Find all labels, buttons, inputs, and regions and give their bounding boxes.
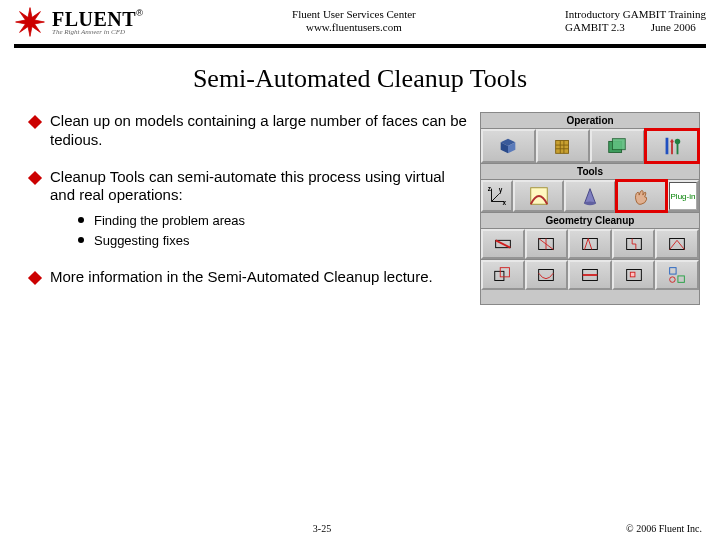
diamond-bullet-icon [28,170,42,184]
sizing-tool-button [513,180,564,212]
bullet-text: More information in the Semi-Automated C… [50,268,433,287]
svg-rect-39 [678,276,684,282]
grid-curve-icon [528,185,550,207]
svg-rect-38 [670,268,676,274]
cleanup-toolbar-row1 [481,228,699,259]
svg-line-28 [588,239,592,250]
logo-wordmark: FLUENT [52,8,136,30]
hand-fix-icon [630,185,652,207]
svg-rect-9 [665,138,668,155]
center-line2: www.fluentusers.com [143,21,565,34]
diamond-bullet-icon [28,271,42,285]
bullet-item: More information in the Semi-Automated C… [30,268,468,287]
center-line1: Fluent User Services Center [143,8,565,21]
svg-rect-10 [671,143,673,154]
tools-icon [661,135,683,157]
bullet-list: Clean up on models containing a large nu… [30,112,468,305]
plugin-label: Plug-in [669,182,697,210]
logo-tagline: The Right Answer in CFD [52,29,143,36]
axis-icon: zyx [486,185,508,207]
mesh-op-button [536,129,591,163]
plugin-slot: Plug-in [667,180,699,212]
svg-rect-32 [500,268,509,277]
cone-icon [579,185,601,207]
cleanup-auto-button [655,260,699,290]
sub-bullet-item: Finding the problem areas [78,211,468,231]
svg-rect-12 [676,143,678,154]
sub-bullet-text: Finding the problem areas [94,211,245,231]
mesh-cube-icon [552,135,574,157]
right-date: June 2006 [651,21,696,33]
sub-bullet-text: Suggesting fixes [94,231,189,251]
svg-text:y: y [499,186,503,194]
header-right-info: Introductory GAMBIT Training GAMBIT 2.3J… [565,6,706,34]
sharp-angle-icon [666,233,688,255]
cleanup-label: Geometry Cleanup [481,213,699,228]
gambit-toolpanel-figure: Operation Tools zyx Plug-in Geometry Cle… [480,112,700,305]
sub-bullet-item: Suggesting fixes [78,231,468,251]
svg-rect-37 [630,272,635,277]
hard-edge-icon [579,264,601,286]
bullet-text: Clean up on models containing a large nu… [50,112,468,150]
slide-title: Semi-Automated Cleanup Tools [0,64,720,94]
zones-cube-icon [606,135,628,157]
hole-icon [535,233,557,255]
short-edge-icon [492,233,514,255]
sub-bullet-list: Finding the problem areas Suggesting fix… [78,211,468,250]
round-bullet-icon [78,237,84,243]
cleanup-small-face-button [612,260,656,290]
cleanup-short-edge-button [481,229,525,259]
svg-rect-31 [495,271,504,280]
logo-block: FLUENT® The Right Answer in CFD [14,6,143,38]
bullet-item: Cleanup Tools can semi-automate this pro… [30,168,468,251]
zones-op-button [590,129,645,163]
fluent-star-icon [14,6,46,38]
geometry-op-button [481,129,536,163]
right-line1: Introductory GAMBIT Training [565,8,706,21]
cleanup-crack-button [612,229,656,259]
svg-line-22 [495,240,510,247]
tools-toolbar: zyx Plug-in [481,179,699,213]
cleanup-large-angle-button [525,260,569,290]
svg-rect-2 [555,141,568,154]
cleanup-toolbar-row2 [481,259,699,290]
sliver-icon [579,233,601,255]
turbo-tool-button [564,180,615,212]
header-divider [14,44,706,48]
slide-header: FLUENT® The Right Answer in CFD Fluent U… [0,0,720,38]
svg-text:x: x [503,199,507,206]
small-face-icon [623,264,645,286]
large-angle-icon [535,264,557,286]
diamond-bullet-icon [28,115,42,129]
header-center-info: Fluent User Services Center www.fluentus… [143,6,565,34]
crack-icon [623,233,645,255]
content-area: Clean up on models containing a large nu… [0,112,720,305]
tools-op-button [645,129,700,163]
right-gambit-ver: GAMBIT 2.3 [565,21,625,33]
svg-rect-8 [613,139,626,150]
svg-line-27 [584,239,588,250]
auto-fix-icon [666,264,688,286]
cleanup-tool-button [616,180,667,212]
cleanup-sliver-button [568,229,612,259]
logo-registered: ® [136,8,143,18]
tools-label: Tools [481,164,699,179]
axis-indicator: zyx [481,180,513,212]
copyright: © 2006 Fluent Inc. [626,523,702,534]
operation-label: Operation [481,113,699,128]
slide-footer: 3-25 © 2006 Fluent Inc. [0,523,720,534]
cleanup-hard-edge-button [568,260,612,290]
svg-point-20 [584,202,595,206]
cube-icon [497,135,519,157]
svg-point-40 [670,277,676,283]
round-bullet-icon [78,217,84,223]
cleanup-duplicate-button [481,260,525,290]
svg-line-15 [492,194,499,201]
duplicate-icon [492,264,514,286]
bullet-item: Clean up on models containing a large nu… [30,112,468,150]
operation-toolbar [481,128,699,164]
bullet-text: Cleanup Tools can semi-automate this pro… [50,168,468,206]
page-number: 3-25 [313,523,331,534]
cleanup-sharp-angle-button [655,229,699,259]
cleanup-hole-button [525,229,569,259]
